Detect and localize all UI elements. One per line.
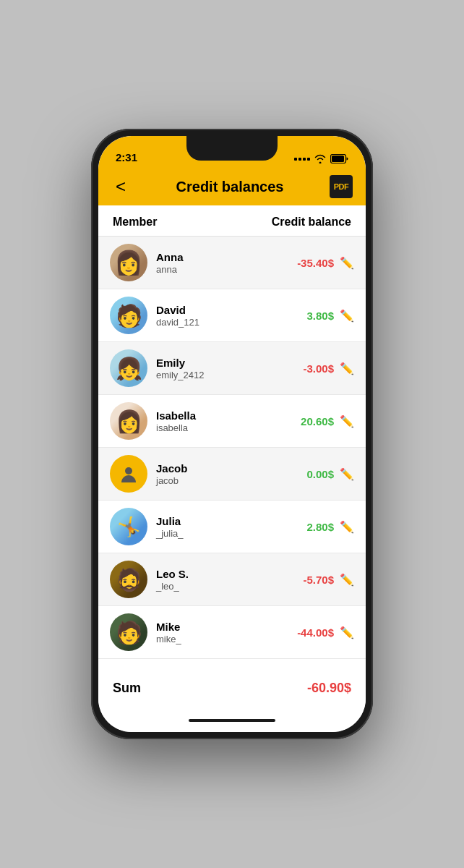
- balance-value: -44.00$: [283, 626, 334, 639]
- header: < Credit balances PDF: [98, 168, 366, 205]
- edit-icon[interactable]: ✏️: [340, 362, 354, 375]
- sum-value: -60.90$: [307, 681, 351, 696]
- balance-area: -35.40$ ✏️: [283, 256, 354, 270]
- avatar: [110, 613, 147, 651]
- pdf-button[interactable]: PDF: [328, 174, 354, 200]
- member-name: Mike: [156, 621, 283, 633]
- member-info: Julia _julia_: [156, 515, 283, 539]
- member-username: anna: [156, 264, 283, 275]
- member-info: Isabella isabella: [156, 409, 283, 433]
- member-name: Jacob: [156, 462, 283, 475]
- notch: [186, 136, 278, 161]
- edit-icon[interactable]: ✏️: [340, 414, 354, 428]
- member-info: Jacob jacob: [156, 462, 283, 486]
- status-icons: [294, 154, 348, 163]
- page-title: Credit balances: [176, 179, 284, 195]
- member-info: David david_121: [156, 304, 283, 328]
- member-name: Leo S.: [156, 568, 283, 580]
- sum-row: Sum -60.90$: [98, 666, 366, 710]
- member-info: Emily emily_2412: [156, 357, 283, 380]
- balance-area: 20.60$ ✏️: [283, 414, 354, 428]
- avatar: [110, 508, 147, 545]
- member-username: _leo_: [156, 581, 283, 592]
- balance-value: 0.00$: [283, 468, 334, 480]
- balance-column-header: Credit balance: [272, 216, 351, 229]
- balance-value: -35.40$: [283, 257, 334, 269]
- avatar: [110, 349, 147, 387]
- member-name: Anna: [156, 251, 283, 263]
- content-area: Member Credit balance Anna anna -35.40$ …: [98, 205, 366, 732]
- signal-icon: [294, 158, 310, 161]
- svg-point-2: [125, 467, 132, 475]
- balance-value: 2.80$: [283, 521, 334, 533]
- avatar: [110, 402, 147, 440]
- member-name: Emily: [156, 357, 283, 369]
- balance-area: 2.80$ ✏️: [283, 520, 354, 534]
- member-info: Leo S. _leo_: [156, 568, 283, 592]
- member-username: emily_2412: [156, 370, 283, 380]
- edit-icon[interactable]: ✏️: [340, 626, 354, 639]
- member-column-header: Member: [113, 216, 157, 229]
- edit-icon[interactable]: ✏️: [340, 309, 354, 323]
- balance-value: 3.80$: [283, 310, 334, 322]
- balance-area: -44.00$ ✏️: [283, 626, 354, 639]
- balance-area: -5.70$ ✏️: [283, 573, 354, 587]
- phone-screen: 2:31: [98, 136, 366, 732]
- battery-icon: [330, 154, 348, 163]
- edit-icon[interactable]: ✏️: [340, 256, 354, 270]
- phone-frame: 2:31: [91, 129, 373, 739]
- avatar: [110, 561, 147, 598]
- avatar: [110, 244, 147, 281]
- member-username: mike_: [156, 634, 283, 644]
- avatar: [110, 297, 147, 334]
- list-item: Jacob jacob 0.00$ ✏️: [98, 448, 366, 501]
- balance-area: 3.80$ ✏️: [283, 309, 354, 323]
- member-username: david_121: [156, 317, 283, 328]
- balance-value: -3.00$: [283, 362, 334, 375]
- home-indicator: [189, 719, 275, 722]
- balance-area: -3.00$ ✏️: [283, 362, 354, 375]
- wifi-icon: [314, 154, 327, 163]
- list-item: Emily emily_2412 -3.00$ ✏️: [98, 342, 366, 395]
- list-item: David david_121 3.80$ ✏️: [98, 289, 366, 342]
- back-button[interactable]: <: [110, 174, 132, 200]
- balance-value: 20.60$: [283, 415, 334, 427]
- status-time: 2:31: [116, 151, 137, 163]
- member-name: Isabella: [156, 409, 283, 422]
- sum-label: Sum: [113, 681, 141, 696]
- member-list: Anna anna -35.40$ ✏️ David david_121 3.8…: [98, 237, 366, 659]
- member-username: jacob: [156, 475, 283, 486]
- list-item: Isabella isabella 20.60$ ✏️: [98, 395, 366, 448]
- member-info: Anna anna: [156, 251, 283, 275]
- list-item: Julia _julia_ 2.80$ ✏️: [98, 501, 366, 553]
- edit-icon[interactable]: ✏️: [340, 573, 354, 587]
- member-info: Mike mike_: [156, 621, 283, 644]
- list-item: Leo S. _leo_ -5.70$ ✏️: [98, 553, 366, 606]
- column-headers: Member Credit balance: [98, 205, 366, 237]
- edit-icon[interactable]: ✏️: [340, 467, 354, 481]
- member-username: isabella: [156, 422, 283, 433]
- list-item: Anna anna -35.40$ ✏️: [98, 237, 366, 289]
- member-username: _julia_: [156, 528, 283, 539]
- member-name: David: [156, 304, 283, 316]
- balance-area: 0.00$ ✏️: [283, 467, 354, 481]
- member-name: Julia: [156, 515, 283, 527]
- list-item: Mike mike_ -44.00$ ✏️: [98, 606, 366, 659]
- svg-rect-1: [332, 156, 344, 162]
- edit-icon[interactable]: ✏️: [340, 520, 354, 534]
- screen-content: 2:31: [98, 136, 366, 732]
- balance-value: -5.70$: [283, 574, 334, 586]
- avatar: [110, 455, 147, 493]
